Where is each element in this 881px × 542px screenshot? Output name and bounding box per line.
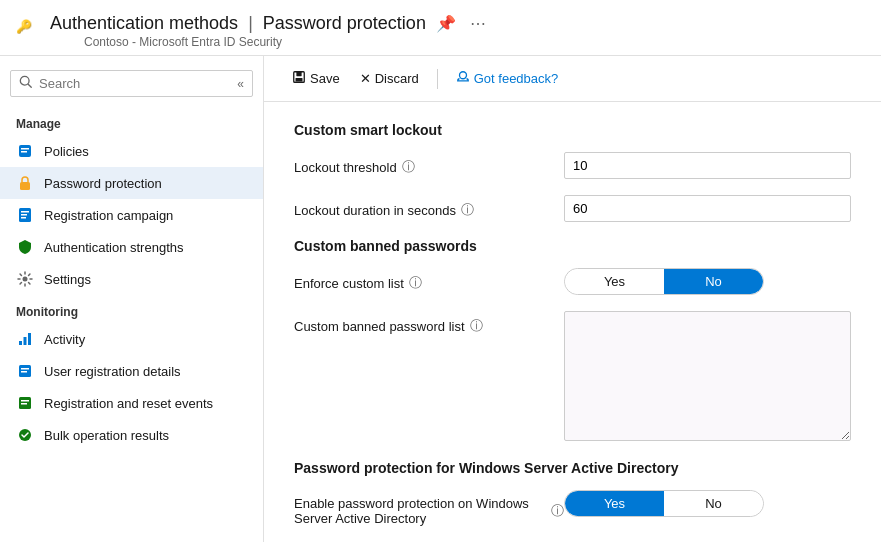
sidebar-item-authentication-strengths[interactable]: Authentication strengths <box>0 231 263 263</box>
save-icon <box>292 70 306 87</box>
toolbar-divider <box>437 69 438 89</box>
settings-label: Settings <box>44 272 91 287</box>
policies-label: Policies <box>44 144 89 159</box>
enable-protection-control: Yes No <box>564 490 851 517</box>
custom-banned-list-info-icon[interactable]: ⓘ <box>470 317 483 335</box>
app-body: « Manage Policies Password protection Re… <box>0 56 881 542</box>
custom-banned-passwords-title: Custom banned passwords <box>294 238 851 254</box>
page-title: Password protection <box>263 13 426 34</box>
pin-button[interactable]: 📌 <box>432 12 460 35</box>
collapse-button[interactable]: « <box>237 77 244 91</box>
lockout-threshold-label: Lockout threshold ⓘ <box>294 152 564 176</box>
custom-banned-password-list-row: Custom banned password list ⓘ <box>294 311 851 444</box>
svg-rect-19 <box>21 403 27 405</box>
custom-banned-password-list-input[interactable] <box>564 311 851 441</box>
svg-rect-3 <box>21 148 29 150</box>
enable-protection-row: Enable password protection on Windows Se… <box>294 490 851 526</box>
search-icon <box>19 75 33 92</box>
bulk-operation-icon <box>16 426 34 444</box>
more-button[interactable]: ⋯ <box>466 12 490 35</box>
policies-icon <box>16 142 34 160</box>
title-separator: | <box>248 13 253 34</box>
svg-rect-8 <box>21 214 27 216</box>
sidebar-item-registration-campaign[interactable]: Registration campaign <box>0 199 263 231</box>
enable-protection-no-btn[interactable]: No <box>664 491 763 516</box>
enforce-custom-list-yes-btn[interactable]: Yes <box>565 269 664 294</box>
title-bar: 🔑 Authentication methods | Password prot… <box>0 0 881 56</box>
monitoring-label: Monitoring <box>0 295 263 323</box>
discard-button[interactable]: ✕ Discard <box>352 67 427 90</box>
lockout-threshold-row: Lockout threshold ⓘ <box>294 152 851 179</box>
feedback-button[interactable]: Got feedback? <box>448 66 567 91</box>
svg-rect-15 <box>21 368 29 370</box>
custom-banned-passwords-section: Custom banned passwords Enforce custom l… <box>294 238 851 444</box>
registration-campaign-icon <box>16 206 34 224</box>
lockout-duration-input[interactable] <box>564 195 851 222</box>
lockout-threshold-info-icon[interactable]: ⓘ <box>402 158 415 176</box>
registration-campaign-label: Registration campaign <box>44 208 173 223</box>
authentication-strengths-label: Authentication strengths <box>44 240 183 255</box>
svg-rect-22 <box>296 72 301 76</box>
toolbar: Save ✕ Discard Got feedback? <box>264 56 881 102</box>
sidebar-item-registration-events[interactable]: Registration and reset events <box>0 387 263 419</box>
sidebar-item-policies[interactable]: Policies <box>0 135 263 167</box>
save-label: Save <box>310 71 340 86</box>
app-title: Authentication methods <box>50 13 238 34</box>
sidebar-item-settings[interactable]: Settings <box>0 263 263 295</box>
password-protection-label: Password protection <box>44 176 162 191</box>
enable-protection-info-icon[interactable]: ⓘ <box>551 502 564 520</box>
enforce-custom-list-label: Enforce custom list ⓘ <box>294 268 564 292</box>
sidebar-item-activity[interactable]: Activity <box>0 323 263 355</box>
svg-rect-5 <box>20 182 30 190</box>
enforce-custom-list-no-btn[interactable]: No <box>664 269 763 294</box>
enforce-custom-list-control: Yes No <box>564 268 851 295</box>
lockout-duration-info-icon[interactable]: ⓘ <box>461 201 474 219</box>
search-input[interactable] <box>39 76 237 91</box>
lockout-duration-row: Lockout duration in seconds ⓘ <box>294 195 851 222</box>
enforce-custom-list-info-icon[interactable]: ⓘ <box>409 274 422 292</box>
enable-protection-toggle[interactable]: Yes No <box>564 490 764 517</box>
discard-icon: ✕ <box>360 71 371 86</box>
lockout-threshold-input[interactable] <box>564 152 851 179</box>
feedback-label: Got feedback? <box>474 71 559 86</box>
svg-point-24 <box>459 72 466 79</box>
enable-protection-yes-btn[interactable]: Yes <box>565 491 664 516</box>
svg-rect-12 <box>24 337 27 345</box>
custom-banned-password-list-control <box>564 311 851 444</box>
svg-rect-23 <box>296 78 303 82</box>
lockout-duration-label: Lockout duration in seconds ⓘ <box>294 195 564 219</box>
enable-protection-label: Enable password protection on Windows Se… <box>294 490 564 526</box>
user-registration-icon <box>16 362 34 380</box>
enforce-custom-list-row: Enforce custom list ⓘ Yes No <box>294 268 851 295</box>
lockout-duration-control <box>564 195 851 222</box>
svg-rect-16 <box>21 371 27 373</box>
windows-ad-section: Password protection for Windows Server A… <box>294 460 851 542</box>
save-button[interactable]: Save <box>284 66 348 91</box>
activity-label: Activity <box>44 332 85 347</box>
svg-rect-11 <box>19 341 22 345</box>
settings-icon <box>16 270 34 288</box>
svg-point-10 <box>23 277 28 282</box>
custom-smart-lockout-title: Custom smart lockout <box>294 122 851 138</box>
search-box[interactable]: « <box>10 70 253 97</box>
sidebar-item-bulk-operation[interactable]: Bulk operation results <box>0 419 263 451</box>
svg-line-1 <box>28 84 31 87</box>
sidebar-item-password-protection[interactable]: Password protection <box>0 167 263 199</box>
windows-ad-title: Password protection for Windows Server A… <box>294 460 851 476</box>
content-area: Custom smart lockout Lockout threshold ⓘ… <box>264 102 881 542</box>
activity-icon <box>16 330 34 348</box>
main-content: Save ✕ Discard Got feedback? Custom smar… <box>264 56 881 542</box>
custom-smart-lockout-section: Custom smart lockout Lockout threshold ⓘ… <box>294 122 851 222</box>
manage-label: Manage <box>0 107 263 135</box>
discard-label: Discard <box>375 71 419 86</box>
svg-rect-4 <box>21 151 27 153</box>
app-icon: 🔑 <box>16 19 40 43</box>
subtitle: Contoso - Microsoft Entra ID Security <box>84 35 865 49</box>
sidebar-item-user-registration[interactable]: User registration details <box>0 355 263 387</box>
enforce-custom-list-toggle[interactable]: Yes No <box>564 268 764 295</box>
authentication-strengths-icon <box>16 238 34 256</box>
bulk-operation-label: Bulk operation results <box>44 428 169 443</box>
feedback-icon <box>456 70 470 87</box>
registration-events-label: Registration and reset events <box>44 396 213 411</box>
lockout-threshold-control <box>564 152 851 179</box>
